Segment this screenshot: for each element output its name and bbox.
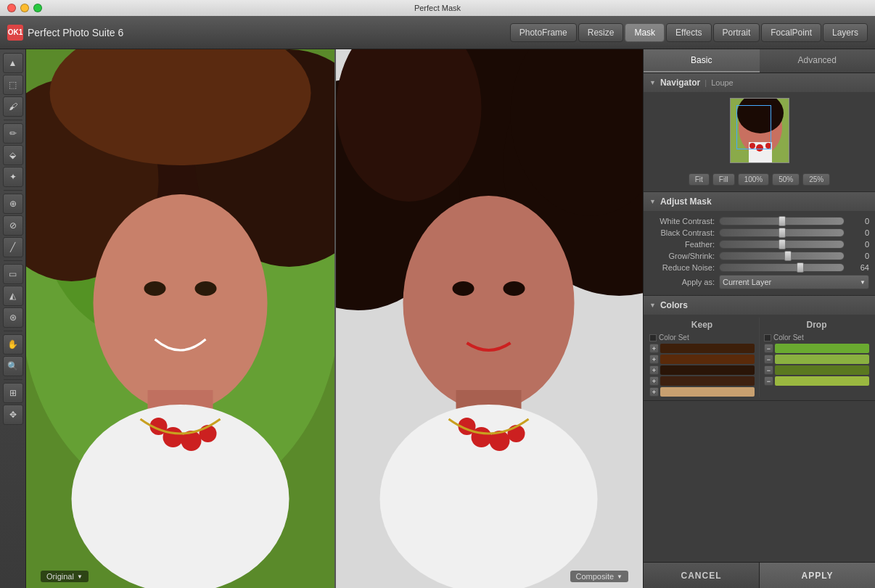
tool-divider-1 [4,120,22,120]
nav-focalpoint[interactable]: FocalPoint [761,23,821,42]
tool-divider-4 [4,331,22,331]
canvas-left [26,49,334,588]
tab-basic[interactable]: Basic [644,49,760,73]
tool-paint[interactable]: ⬙ [3,145,23,165]
nav-25-btn[interactable]: 25% [802,173,830,186]
nav-50-btn[interactable]: 50% [772,173,800,186]
tool-hand[interactable]: ✋ [3,334,23,355]
cancel-button[interactable]: CANCEL [644,563,760,588]
tool-spray[interactable]: ✦ [3,167,23,187]
nav-layers[interactable]: Layers [823,23,868,42]
keep-add-2[interactable]: + [649,355,659,364]
keep-swatch-icon [649,334,657,341]
app-logo: OK1 Perfect Photo Suite 6 [7,25,123,41]
nav-buttons: PhotoFrame Resize Mask Effects Portrait … [510,23,868,42]
white-contrast-label: White Contrast: [649,217,715,225]
nav-view-box [736,105,771,150]
drop-bar-3 [775,365,869,375]
adjust-mask-body: White Contrast: 0 Black Contrast: 0 [644,211,875,295]
keep-color-3: + [646,365,757,376]
tool-color-pick[interactable]: ⊘ [3,215,23,236]
navigator-header[interactable]: ▼ Navigator | Loupe [644,73,875,92]
apply-as-select[interactable]: Current Layer ▼ [719,275,869,289]
drop-minus-1[interactable]: − [764,344,773,353]
keep-add-5[interactable]: + [649,387,659,397]
black-contrast-label: Black Contrast: [649,228,715,237]
svg-point-22 [403,196,575,410]
adjust-mask-title: Adjust Mask [660,196,712,207]
tool-eraser[interactable]: ▭ [3,264,23,284]
tab-advanced[interactable]: Advanced [760,49,876,73]
colors-header[interactable]: ▼ Colors [644,296,875,315]
label-arrow: ▼ [77,573,83,580]
nav-photoframe[interactable]: PhotoFrame [510,23,577,42]
nav-fill-btn[interactable]: Fill [712,173,735,186]
drop-bar-1 [775,344,869,353]
tool-dropper[interactable]: ⊛ [3,307,23,328]
keep-color-5: + [646,386,757,397]
loupe-link[interactable]: Loupe [711,78,734,87]
apply-as-label: Apply as: [649,278,715,286]
keep-add-3[interactable]: + [649,365,659,375]
panel-content: ▼ Navigator | Loupe [644,73,875,562]
nav-mask[interactable]: Mask [625,23,665,42]
keep-color-set-label: Color Set [659,334,689,341]
drop-minus-4[interactable]: − [764,376,773,386]
tool-zoom-add[interactable]: ⊕ [3,194,23,214]
nav-100-btn[interactable]: 100% [738,173,770,186]
feather-row: Feather: 0 [649,240,869,249]
drop-minus-2[interactable]: − [764,355,773,364]
tool-arrow[interactable]: ▲ [3,53,23,73]
drop-color-4: − [761,376,872,386]
colors-arrow: ▼ [649,302,656,309]
keep-color-4: + [646,376,757,386]
drop-color-set-row: Color Set [761,332,872,343]
apply-button[interactable]: APPLY [760,563,875,588]
navigator-arrow: ▼ [649,79,656,86]
white-contrast-row: White Contrast: 0 [649,217,869,225]
adjust-mask-header[interactable]: ▼ Adjust Mask [644,192,875,211]
tool-move[interactable]: ✥ [3,405,23,425]
navigator-preview [730,98,789,163]
keep-add-4[interactable]: + [649,376,659,386]
tool-line[interactable]: ╱ [3,237,23,257]
tool-brush[interactable]: 🖌 [3,96,23,117]
keep-bar-4 [660,376,755,386]
tool-fill[interactable]: ◭ [3,286,23,306]
canvas-area[interactable]: Original ▼ Composite ▼ [26,49,643,588]
keep-bar-1 [660,344,755,353]
svg-point-11 [195,281,217,296]
keep-header: Keep [646,318,757,332]
drop-header: Drop [761,318,872,332]
app-header: OK1 Perfect Photo Suite 6 PhotoFrame Res… [0,16,875,49]
black-contrast-slider[interactable] [719,228,845,237]
drop-minus-3[interactable]: − [764,365,773,375]
window-controls [7,4,42,12]
close-button[interactable] [7,4,16,12]
drop-color-3: − [761,365,872,376]
nav-fit-btn[interactable]: Fit [689,173,710,186]
minimize-button[interactable] [20,4,29,12]
keep-add-1[interactable]: + [649,344,659,353]
nav-effects[interactable]: Effects [666,23,711,42]
reduce-noise-slider[interactable] [719,263,845,272]
maximize-button[interactable] [33,4,42,12]
reduce-noise-value: 64 [849,263,869,272]
right-panel: Basic Advanced ▼ Navigator | Loupe [643,49,875,588]
grow-shrink-slider[interactable] [719,252,845,260]
tool-zoom[interactable]: 🔍 [3,356,23,376]
nav-resize[interactable]: Resize [578,23,624,42]
tool-pencil[interactable]: ✏ [3,123,23,144]
white-contrast-slider[interactable] [719,217,845,225]
panel-tabs: Basic Advanced [644,49,875,73]
nav-portrait[interactable]: Portrait [713,23,760,42]
svg-point-13 [163,427,184,447]
tool-grid[interactable]: ⊞ [3,383,23,403]
keep-column: Keep Color Set + + [646,318,757,397]
svg-point-26 [504,281,525,296]
tool-select[interactable]: ⬚ [3,75,23,95]
keep-color-set-row: Color Set [646,332,757,343]
apply-as-value: Current Layer [723,278,771,286]
composite-label: Composite ▼ [570,571,629,582]
feather-slider[interactable] [719,240,845,249]
